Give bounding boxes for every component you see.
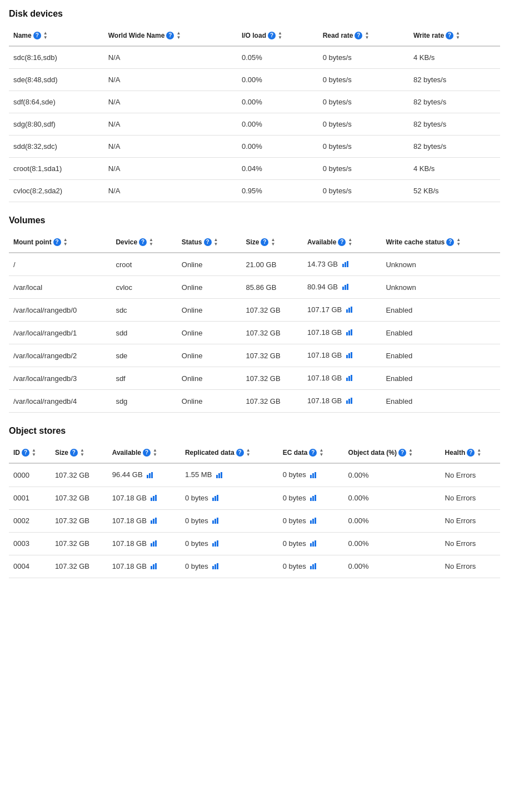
- chart-bar-icon[interactable]: [216, 472, 224, 480]
- os-available: 107.18 GB: [108, 487, 181, 509]
- chart-bar-icon[interactable]: [151, 494, 158, 503]
- ec-help-icon[interactable]: ?: [309, 449, 317, 457]
- status-help-icon[interactable]: ?: [204, 238, 212, 246]
- os-avail-sort[interactable]: ▲▼: [153, 448, 157, 457]
- chart-bar-icon[interactable]: [342, 283, 350, 292]
- read-sort[interactable]: ▲▼: [365, 31, 369, 40]
- disk-read-rate: 0 bytes/s: [318, 113, 409, 136]
- os-size-help-icon[interactable]: ?: [70, 449, 78, 457]
- available-sort[interactable]: ▲▼: [348, 238, 352, 247]
- svg-rect-22: [149, 473, 151, 478]
- vol-device: sdf: [111, 367, 177, 390]
- vol-available: 107.18 GB: [303, 344, 381, 367]
- available-help-icon[interactable]: ?: [338, 238, 346, 246]
- os-id: 0000: [9, 463, 51, 487]
- os-size: 107.32 GB: [51, 532, 108, 555]
- rep-sort[interactable]: ▲▼: [246, 448, 251, 457]
- vol-status: Online: [177, 299, 242, 322]
- svg-rect-30: [151, 498, 152, 501]
- vol-size: 107.32 GB: [241, 367, 303, 390]
- chart-bar-icon[interactable]: [212, 517, 220, 525]
- write-sort[interactable]: ▲▼: [456, 31, 460, 40]
- vol-size: 107.32 GB: [241, 322, 303, 344]
- os-size-sort[interactable]: ▲▼: [80, 448, 84, 457]
- os-avail-help-icon[interactable]: ?: [143, 449, 151, 457]
- vol-available: 107.18 GB: [303, 367, 381, 390]
- table-row: croot(8:1,sda1) N/A 0.04% 0 bytes/s 4 KB…: [9, 158, 500, 180]
- disk-name: sde(8:48,sdd): [9, 69, 104, 91]
- disk-wwn: N/A: [104, 91, 237, 113]
- health-help-icon[interactable]: ?: [467, 449, 475, 457]
- svg-rect-27: [310, 475, 312, 478]
- write-help-icon[interactable]: ?: [446, 32, 453, 39]
- io-help-icon[interactable]: ?: [268, 32, 276, 39]
- vol-mount-point: /var/local/rangedb/2: [9, 344, 111, 367]
- device-sort[interactable]: ▲▼: [149, 238, 153, 247]
- wcs-help-icon[interactable]: ?: [446, 238, 454, 246]
- read-help-icon[interactable]: ?: [355, 32, 362, 39]
- wcs-sort[interactable]: ▲▼: [456, 238, 461, 247]
- device-help-icon[interactable]: ?: [139, 238, 147, 246]
- chart-bar-icon[interactable]: [151, 563, 158, 571]
- disk-devices-section: Disk devices Name ? ▲▼ World Wide Name ?…: [9, 9, 500, 202]
- rep-help-icon[interactable]: ?: [236, 449, 244, 457]
- disk-io-load: 0.00%: [237, 91, 318, 113]
- chart-bar-icon[interactable]: [151, 517, 158, 525]
- id-help-icon[interactable]: ?: [22, 449, 29, 457]
- name-help-icon[interactable]: ?: [33, 32, 41, 39]
- chart-bar-icon[interactable]: [310, 472, 318, 480]
- disk-io-load: 0.00%: [237, 69, 318, 91]
- table-row: sdg(8:80,sdf) N/A 0.00% 0 bytes/s 82 byt…: [9, 113, 500, 136]
- chart-bar-icon[interactable]: [346, 352, 354, 360]
- vol-status: Online: [177, 253, 242, 276]
- status-sort[interactable]: ▲▼: [214, 238, 218, 247]
- os-object-data-pct: 0.00%: [344, 463, 441, 487]
- od-help-icon[interactable]: ?: [398, 449, 406, 457]
- svg-rect-19: [348, 399, 350, 404]
- od-sort[interactable]: ▲▼: [408, 448, 413, 457]
- svg-rect-58: [153, 564, 154, 569]
- disk-read-rate: 0 bytes/s: [318, 69, 409, 91]
- disk-wwn: N/A: [104, 69, 237, 91]
- chart-bar-icon[interactable]: [310, 563, 318, 571]
- chart-bar-icon[interactable]: [346, 329, 354, 337]
- svg-rect-49: [153, 542, 154, 547]
- size-help-icon[interactable]: ?: [261, 238, 268, 246]
- chart-bar-icon[interactable]: [212, 540, 220, 548]
- chart-bar-icon[interactable]: [212, 494, 220, 503]
- health-sort[interactable]: ▲▼: [477, 448, 481, 457]
- chart-bar-icon[interactable]: [346, 374, 354, 383]
- chart-bar-icon[interactable]: [346, 397, 354, 405]
- wwn-help-icon[interactable]: ?: [166, 32, 174, 39]
- chart-bar-icon[interactable]: [310, 540, 318, 548]
- svg-rect-2: [347, 261, 348, 267]
- disk-read-rate: 0 bytes/s: [318, 91, 409, 113]
- vol-device: croot: [111, 253, 177, 276]
- chart-bar-icon[interactable]: [310, 517, 318, 525]
- volumes-title: Volumes: [9, 215, 500, 225]
- svg-rect-11: [351, 329, 352, 335]
- chart-bar-icon[interactable]: [342, 260, 350, 269]
- id-sort[interactable]: ▲▼: [32, 448, 36, 457]
- svg-rect-57: [151, 566, 152, 569]
- chart-bar-icon[interactable]: [151, 540, 158, 548]
- mount-sort[interactable]: ▲▼: [63, 238, 68, 247]
- size-sort[interactable]: ▲▼: [271, 238, 275, 247]
- svg-rect-37: [312, 496, 314, 501]
- disk-name: sdd(8:32,sdc): [9, 136, 104, 158]
- svg-rect-18: [346, 400, 348, 404]
- ec-sort[interactable]: ▲▼: [319, 448, 323, 457]
- chart-bar-icon[interactable]: [310, 494, 318, 503]
- table-row: / croot Online 21.00 GB 14.73 GB Unknown: [9, 253, 500, 276]
- chart-bar-icon[interactable]: [147, 472, 154, 480]
- object-stores-section: Object stores ID ? ▲▼ Size ? ▲▼: [9, 426, 500, 578]
- mount-help-icon[interactable]: ?: [53, 238, 61, 246]
- col-device: Device ? ▲▼: [111, 232, 177, 253]
- table-row: /var/local/rangedb/2 sde Online 107.32 G…: [9, 344, 500, 367]
- name-sort[interactable]: ▲▼: [43, 31, 48, 40]
- vol-available: 107.17 GB: [303, 299, 381, 322]
- chart-bar-icon[interactable]: [212, 563, 220, 571]
- wwn-sort[interactable]: ▲▼: [176, 31, 181, 40]
- chart-bar-icon[interactable]: [346, 306, 354, 314]
- io-sort[interactable]: ▲▼: [278, 31, 282, 40]
